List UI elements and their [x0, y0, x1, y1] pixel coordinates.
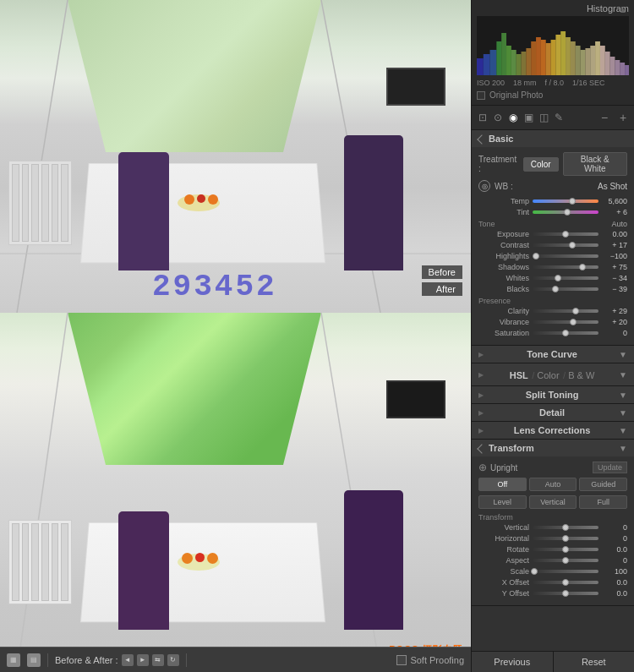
tint-value: + 6: [602, 208, 627, 216]
graduated-filter-icon[interactable]: ▣: [521, 110, 536, 125]
spot-removal-icon[interactable]: ⊙: [490, 110, 506, 125]
contrast-slider-track[interactable]: [533, 243, 598, 247]
svg-rect-7: [490, 50, 497, 75]
highlights-label: Highlights: [478, 252, 529, 260]
svg-rect-26: [585, 48, 590, 75]
saturation-slider-track[interactable]: [533, 331, 598, 335]
vibrance-label: Vibrance: [478, 318, 529, 326]
basic-panel-header[interactable]: Basic: [472, 130, 634, 147]
tone-curve-title: Tone Curve: [485, 349, 619, 359]
split-toning-panel[interactable]: ▶ Split Toning ▼: [472, 386, 634, 404]
svg-rect-32: [615, 60, 620, 75]
wb-label: WB :: [495, 182, 513, 191]
vertical-slider-row: Vertical 0: [478, 523, 627, 532]
xoffset-slider-track[interactable]: [533, 581, 598, 584]
tone-auto[interactable]: Auto: [611, 220, 627, 228]
svg-rect-22: [566, 37, 571, 75]
transform-content: ⊕ Upright Update Off Auto Guided Level V…: [472, 456, 634, 605]
filmstrip-icon[interactable]: ▤: [27, 653, 41, 667]
fruit2-orange-top: [208, 194, 218, 205]
whites-slider-track[interactable]: [533, 276, 598, 280]
radial-filter-icon[interactable]: ◫: [536, 110, 551, 125]
vertical-btn[interactable]: Vertical: [529, 495, 577, 509]
highlights-slider-track[interactable]: [533, 254, 598, 258]
adjustment-brush-icon[interactable]: ✎: [551, 110, 566, 125]
reset-button[interactable]: Reset: [554, 652, 635, 672]
before-photo: 293452 Before After: [0, 0, 471, 313]
original-photo-checkbox[interactable]: [477, 91, 485, 100]
clarity-label: Clarity: [478, 307, 529, 315]
rotate-slider-track[interactable]: [533, 548, 598, 551]
lens-corrections-panel[interactable]: ▶ Lens Corrections ▼: [472, 422, 634, 440]
presence-section-label: Presence: [478, 297, 627, 305]
temp-label: Temp: [478, 197, 529, 205]
upright-buttons-row1: Off Auto Guided: [478, 478, 627, 491]
hsl-panel[interactable]: ▶ HSL / Color / B & W ▼: [472, 363, 634, 386]
ba-next-arrow[interactable]: ►: [137, 654, 149, 666]
wb-value: As Shot: [598, 182, 627, 191]
horizontal-slider-label: Horizontal: [478, 534, 529, 543]
grid-icon[interactable]: ▦: [7, 653, 20, 667]
tone-curve-panel[interactable]: ▶ Tone Curve ▼: [472, 346, 634, 363]
shadows-slider-track[interactable]: [533, 265, 598, 269]
red-eye-icon[interactable]: ◉: [506, 110, 521, 125]
hsl-expand: ▼: [619, 370, 627, 380]
off-btn[interactable]: Off: [478, 478, 527, 491]
minus-icon[interactable]: −: [597, 110, 612, 125]
ba-rotate-arrow[interactable]: ↻: [167, 654, 179, 666]
aspect-slider-label: Aspect: [478, 556, 529, 565]
level-btn[interactable]: Level: [478, 495, 527, 509]
svg-rect-14: [526, 48, 531, 75]
plus-icon[interactable]: +: [615, 110, 631, 125]
svg-rect-34: [625, 65, 629, 75]
blacks-slider-row: Blacks − 39: [478, 285, 627, 293]
blacks-slider-track[interactable]: [533, 287, 598, 291]
tint-slider-row: Tint + 6: [478, 208, 627, 216]
svg-rect-24: [576, 46, 581, 75]
svg-rect-12: [516, 54, 522, 75]
transform-panel-header[interactable]: Transform ▼: [472, 440, 634, 456]
auto-btn[interactable]: Auto: [529, 478, 577, 491]
whites-slider-row: Whites − 34: [478, 274, 627, 282]
svg-rect-29: [600, 46, 605, 75]
update-button[interactable]: Update: [593, 462, 627, 473]
soft-proofing-checkbox[interactable]: [396, 655, 407, 665]
blacks-label: Blacks: [478, 285, 529, 293]
yoffset-slider-row: Y Offset 0.0: [478, 589, 627, 598]
previous-button[interactable]: Previous: [472, 652, 554, 672]
guided-btn[interactable]: Guided: [579, 478, 627, 491]
yoffset-slider-track[interactable]: [533, 592, 598, 595]
after-label: After: [422, 282, 462, 296]
vertical-slider-track[interactable]: [533, 526, 598, 529]
hsl-panel-title: HSL / Color / B & W: [485, 367, 619, 382]
camera-info: ISO 200 18 mm f / 8.0 1/16 SEC: [477, 79, 629, 87]
whites-value: − 34: [602, 274, 627, 282]
svg-rect-23: [571, 41, 576, 75]
temp-slider-track[interactable]: [533, 199, 598, 203]
crop-tool-icon[interactable]: ⊡: [475, 110, 490, 125]
color-treatment-btn[interactable]: Color: [523, 157, 559, 172]
ba-prev-arrow[interactable]: ◄: [122, 654, 134, 666]
split-toning-expand: ▼: [619, 391, 627, 400]
ba-swap-arrow[interactable]: ⇆: [152, 654, 164, 666]
detail-panel[interactable]: ▶ Detail ▼: [472, 404, 634, 422]
upright-label: Upright: [490, 463, 517, 473]
presence-label: Presence: [478, 297, 511, 305]
vibrance-slider-track[interactable]: [533, 320, 598, 324]
svg-rect-19: [551, 40, 556, 75]
horizontal-slider-track[interactable]: [533, 537, 598, 540]
hsl-label: HSL: [510, 370, 528, 380]
upright-buttons-row2: Level Vertical Full: [478, 495, 627, 509]
clarity-slider-track[interactable]: [533, 309, 598, 313]
tint-slider-track[interactable]: [533, 210, 598, 214]
scale-slider-track[interactable]: [533, 570, 598, 573]
after-photo: POCO 摄影专题 http://photo.poco.cn/: [0, 313, 471, 672]
bw-treatment-btn[interactable]: Black & White: [563, 152, 627, 176]
vertical-value: 0: [602, 523, 627, 532]
basic-panel-section: Basic Treatment : Color Black & White ◎ …: [472, 130, 634, 346]
svg-rect-15: [531, 41, 536, 75]
aspect-slider-track[interactable]: [533, 559, 598, 562]
shadows-slider-row: Shadows + 75: [478, 263, 627, 271]
exposure-slider-track[interactable]: [533, 232, 598, 236]
full-btn[interactable]: Full: [579, 495, 627, 509]
